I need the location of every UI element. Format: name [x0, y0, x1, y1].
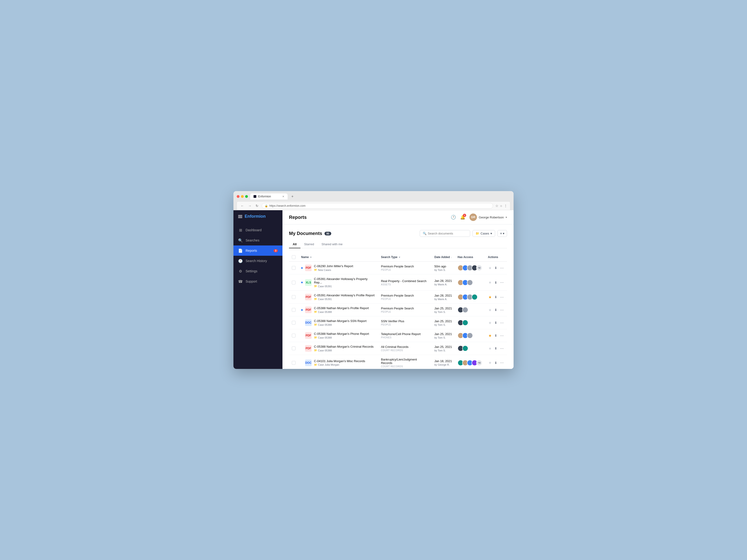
sidebar-item-search-history[interactable]: 🕐 Search History — [233, 256, 282, 266]
sidebar-item-dashboard[interactable]: ⊞ Dashboard — [233, 225, 282, 235]
doc-name-1[interactable]: C-06290 John Miller's Report — [314, 264, 353, 268]
doc-name-6[interactable]: C-05388 Nathan Morgan's Phone Report — [314, 332, 369, 336]
address-bar[interactable]: 🔒 https://search.enformion.com — [262, 203, 493, 209]
star-button-5[interactable]: ★ — [488, 320, 492, 325]
cases-filter-button[interactable]: 📁 Cases ▾ — [472, 230, 495, 237]
dashboard-icon: ⊞ — [238, 228, 243, 232]
dot-maximize[interactable] — [245, 195, 248, 198]
url-text: https://search.enformion.com — [269, 204, 306, 208]
user-menu-chevron: ▾ — [506, 216, 507, 219]
row-checkbox-5[interactable] — [292, 321, 295, 325]
sidebar-item-searches[interactable]: 🔍 Searches — [233, 235, 282, 245]
doc-name-wrap-8: C-04101 Julia Morgan's Misc Records 📁 Ca… — [314, 359, 365, 366]
date-added-column-header[interactable]: Date Added ↓ — [434, 256, 452, 259]
doc-row-main-6: PDF C-05388 Nathan Morgan's Phone Report… — [301, 332, 376, 339]
lock-icon: 🔒 — [265, 205, 268, 208]
star-button-6[interactable]: ★ — [488, 333, 492, 338]
more-options-button-7[interactable]: ⋯ — [499, 346, 504, 351]
avatars-group-3 — [458, 294, 482, 300]
actions-cell-7: ★ ⬇ ⋯ — [488, 346, 504, 351]
bookmark-icon[interactable]: ☆ — [495, 204, 498, 208]
star-button-8[interactable]: ★ — [488, 360, 492, 365]
download-button-8[interactable]: ⬇ — [494, 361, 498, 365]
download-button-1[interactable]: ⬇ — [494, 266, 498, 270]
table-row: PDF C-05391 Alexander Holloway's Profile… — [289, 291, 507, 303]
download-button-6[interactable]: ⬇ — [494, 333, 498, 338]
more-options-button-3[interactable]: ⋯ — [499, 294, 504, 300]
hamburger-menu[interactable] — [238, 215, 242, 218]
doc-name-4[interactable]: C-05388 Nathan Morgan's Profile Report — [314, 306, 369, 310]
star-button-1[interactable]: ★ — [488, 265, 492, 271]
table-row: DOC C-05388 Nathan Morgan's SSN Report 📁… — [289, 316, 507, 329]
avatars-group-6 — [458, 332, 482, 339]
back-button[interactable]: ← — [240, 204, 245, 208]
download-button-5[interactable]: ⬇ — [494, 320, 498, 325]
search-type-column-header[interactable]: Search Type ▼ — [381, 256, 429, 259]
doc-name-2[interactable]: C-05391 Alexander Holloway's Property Re… — [314, 277, 376, 284]
more-options-button-4[interactable]: ⋯ — [499, 307, 504, 313]
search-type-2: Real Property - Combined Search ASSETS — [381, 279, 429, 286]
sidebar-item-support[interactable]: ☎ Support — [233, 276, 282, 287]
sidebar-item-settings[interactable]: ⚙ Settings — [233, 266, 282, 276]
row-checkbox-1[interactable] — [292, 266, 295, 270]
profile-icon[interactable]: ○ — [500, 204, 502, 208]
tab-close-btn[interactable]: ✕ — [282, 195, 284, 198]
tab-starred[interactable]: Starred — [301, 241, 318, 248]
dot-close[interactable] — [237, 195, 239, 198]
refresh-button[interactable]: ↻ — [255, 204, 259, 208]
search-box[interactable]: 🔍 — [420, 230, 470, 237]
row-checkbox-6[interactable] — [292, 334, 295, 338]
row-checkbox-7[interactable] — [292, 347, 295, 350]
download-button-2[interactable]: ⬇ — [494, 280, 498, 285]
more-options-button-1[interactable]: ⋯ — [499, 265, 504, 271]
tab-all[interactable]: All — [289, 241, 301, 248]
doc-case-2: 📁 Case 05391 — [314, 285, 376, 288]
avatars-group-1: +2 — [458, 265, 482, 271]
actions-cell-4: ★ ⬇ ⋯ — [488, 307, 504, 313]
doc-row-main-1: PDF C-06290 John Miller's Report 📁 New C… — [301, 264, 376, 271]
more-options-button-5[interactable]: ⋯ — [499, 320, 504, 325]
doc-name-8[interactable]: C-04101 Julia Morgan's Misc Records — [314, 359, 365, 363]
tab-shared[interactable]: Shared with me — [318, 241, 346, 248]
sidebar: Enformion ⊞ Dashboard 🔍 Searches 📄 Repor… — [233, 210, 282, 369]
doc-name-5[interactable]: C-05388 Nathan Morgan's SSN Report — [314, 319, 366, 323]
new-tab-button[interactable]: + — [290, 194, 295, 198]
doc-name-3[interactable]: C-05391 Alexander Holloway's Profile Rep… — [314, 294, 375, 297]
row-checkbox-8[interactable] — [292, 361, 295, 365]
row-checkbox-2[interactable] — [292, 281, 295, 285]
folder-icon-8: 📁 — [314, 363, 317, 366]
app-container: Enformion ⊞ Dashboard 🔍 Searches 📄 Repor… — [233, 210, 514, 369]
star-button-4[interactable]: ★ — [488, 307, 492, 313]
avatar-extra-1: +2 — [476, 265, 482, 271]
search-history-icon: 🕐 — [238, 259, 243, 263]
sidebar-item-reports[interactable]: 📄 Reports 3 — [233, 245, 282, 256]
download-button-7[interactable]: ⬇ — [494, 346, 498, 351]
download-button-4[interactable]: ⬇ — [494, 308, 498, 312]
user-menu[interactable]: GR George Robertson ▾ — [469, 213, 507, 221]
dot-minimize[interactable] — [241, 195, 244, 198]
row-checkbox-4[interactable] — [292, 308, 295, 312]
more-options-button-8[interactable]: ⋯ — [499, 360, 504, 365]
star-button-3[interactable]: ★ — [488, 294, 492, 300]
search-input[interactable] — [428, 232, 467, 235]
more-options-icon[interactable]: ⋮ — [504, 204, 507, 208]
row-checkbox-3[interactable] — [292, 295, 295, 299]
doc-row-main-7: PDF C-05388 Nathan Morgan's Criminal Rec… — [301, 345, 376, 352]
doc-name-7[interactable]: C-05388 Nathan Morgan's Criminal Records — [314, 345, 374, 348]
user-avatar: GR — [469, 213, 477, 221]
sort-button[interactable]: ≡ ▾ — [497, 230, 507, 237]
more-options-button-2[interactable]: ⋯ — [499, 280, 504, 285]
search-type-1: Premium People Search PEOPLE — [381, 265, 429, 271]
notification-bell-btn[interactable]: 🔔 1 — [460, 215, 465, 220]
download-button-3[interactable]: ⬇ — [494, 295, 498, 299]
forward-button[interactable]: → — [247, 204, 252, 208]
sidebar-item-label-dashboard: Dashboard — [246, 228, 262, 232]
browser-tab[interactable]: Enformion ✕ — [250, 193, 288, 199]
name-column-header[interactable]: Name ▼ — [301, 256, 376, 259]
star-button-7[interactable]: ★ — [488, 346, 492, 351]
more-options-button-6[interactable]: ⋯ — [499, 333, 504, 338]
date-2: Jan 28, 2021 by Marie A. — [434, 279, 452, 286]
history-icon-btn[interactable]: 🕐 — [451, 215, 456, 220]
star-button-2[interactable]: ★ — [488, 280, 492, 285]
select-all-checkbox[interactable] — [292, 255, 295, 259]
